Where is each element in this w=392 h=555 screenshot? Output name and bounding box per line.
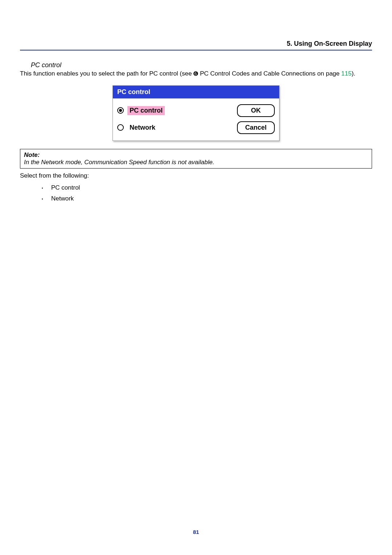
note-box: Note: In the Network mode, Communication… — [20, 149, 372, 169]
dialog-container: PC control PC control OK Network Cancel — [20, 85, 372, 141]
intro-prefix: This function enables you to select the … — [20, 70, 193, 77]
note-text: In the Network mode, Communication Speed… — [24, 159, 214, 166]
ok-button[interactable]: OK — [237, 104, 275, 117]
dialog-body: PC control OK Network Cancel — [113, 98, 279, 141]
subsection-heading: PC control — [31, 61, 372, 69]
select-from-text: Select from the following: — [20, 172, 372, 179]
page-number: 81 — [0, 529, 392, 535]
radio-unselected-icon[interactable] — [117, 124, 124, 131]
option-label-pc-control: PC control — [127, 106, 165, 115]
radio-selected-icon[interactable] — [117, 107, 124, 114]
intro-paragraph: This function enables you to select the … — [20, 70, 372, 78]
bullet-list: PC control Network — [42, 182, 372, 204]
pc-control-dialog: PC control PC control OK Network Cancel — [113, 85, 279, 141]
intro-ref-text: PC Control Codes and Cable Connections o… — [198, 70, 341, 77]
reference-symbol-icon: ➏ — [193, 70, 198, 77]
dialog-row-pc-control: PC control OK — [117, 102, 275, 119]
option-pc-control[interactable]: PC control — [117, 106, 165, 115]
section-header: 5. Using On-Screen Display — [20, 40, 372, 50]
dialog-row-network: Network Cancel — [117, 119, 275, 136]
dialog-title: PC control — [113, 86, 279, 98]
option-label-network: Network — [127, 123, 158, 132]
list-item: PC control — [42, 182, 372, 193]
cancel-button[interactable]: Cancel — [237, 121, 275, 134]
page-reference-link[interactable]: 115 — [341, 70, 351, 77]
option-network[interactable]: Network — [117, 123, 158, 132]
list-item: Network — [42, 193, 372, 204]
intro-suffix: ). — [352, 70, 355, 77]
note-label: Note: — [24, 151, 40, 158]
